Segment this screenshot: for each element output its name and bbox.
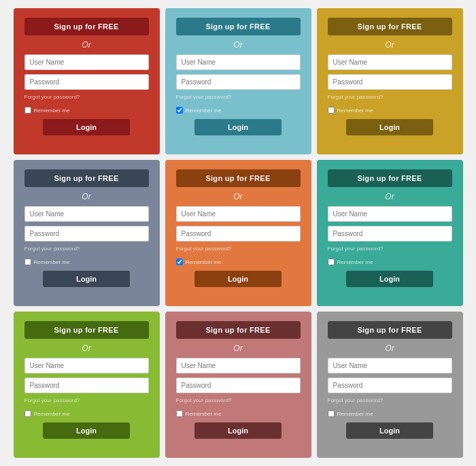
signup-button-pink[interactable]: Sign up for FREE (176, 321, 301, 339)
forgot-password-pink[interactable]: Forgot your password? (176, 397, 232, 403)
remember-label-gold: Remember me (337, 107, 373, 114)
remember-label-pink: Remember me (186, 411, 222, 417)
remember-label-orange: Remember me (186, 259, 222, 265)
login-button-orange[interactable]: Login (194, 271, 282, 287)
forgot-password-blue[interactable]: Forgot your password? (176, 94, 232, 100)
forgot-password-red[interactable]: Forgot your password? (24, 94, 80, 100)
username-input-blue[interactable] (176, 54, 301, 70)
remember-checkbox-orange[interactable] (176, 259, 183, 265)
password-input-teal[interactable] (328, 226, 452, 242)
username-input-slate[interactable] (24, 206, 149, 222)
forgot-password-slate[interactable]: Forgot your password? (24, 246, 80, 252)
login-button-gold[interactable]: Login (346, 119, 433, 135)
login-button-red[interactable]: Login (43, 119, 130, 135)
username-input-gray[interactable] (328, 358, 452, 373)
remember-label-slate: Remember me (34, 259, 70, 265)
remember-label-blue: Remember me (186, 107, 222, 114)
remember-label-gray: Remember me (337, 411, 373, 417)
card-blue: Sign up for FREE Or Forgot your password… (165, 8, 311, 154)
remember-checkbox-blue[interactable] (176, 107, 183, 114)
remember-checkbox-green[interactable] (24, 410, 31, 417)
or-text-orange: Or (233, 192, 242, 201)
card-gray: Sign up for FREE Or Forgot your password… (317, 312, 463, 458)
or-text-red: Or (82, 40, 90, 50)
password-input-green[interactable] (24, 378, 149, 393)
or-text-pink: Or (233, 344, 242, 353)
login-cards-grid: Sign up for FREE Or Forgot your password… (7, 1, 470, 465)
remember-row-pink: Remember me (176, 410, 222, 417)
remember-checkbox-gold[interactable] (328, 107, 335, 114)
username-input-green[interactable] (24, 358, 149, 373)
username-input-orange[interactable] (176, 206, 301, 222)
card-green: Sign up for FREE Or Forgot your password… (14, 312, 160, 458)
signup-button-blue[interactable]: Sign up for FREE (176, 18, 301, 35)
password-input-blue[interactable] (176, 74, 301, 90)
remember-row-slate: Remember me (24, 259, 70, 265)
password-input-slate[interactable] (24, 226, 149, 242)
password-input-pink[interactable] (176, 378, 301, 393)
password-input-gold[interactable] (328, 74, 452, 90)
forgot-password-teal[interactable]: Forgot your password? (328, 246, 384, 252)
username-input-gold[interactable] (328, 54, 452, 70)
password-input-gray[interactable] (328, 378, 452, 393)
remember-row-green: Remember me (24, 410, 70, 417)
signup-button-slate[interactable]: Sign up for FREE (24, 169, 149, 187)
login-button-gray[interactable]: Login (346, 422, 433, 439)
remember-checkbox-slate[interactable] (24, 259, 31, 265)
login-button-pink[interactable]: Login (194, 422, 282, 439)
login-button-teal[interactable]: Login (346, 271, 433, 287)
remember-row-gold: Remember me (328, 107, 373, 114)
remember-checkbox-pink[interactable] (176, 410, 183, 417)
login-button-green[interactable]: Login (43, 422, 130, 439)
forgot-password-gold[interactable]: Forgot your password? (328, 94, 384, 100)
card-pink: Sign up for FREE Or Forgot your password… (165, 312, 311, 458)
password-input-red[interactable] (24, 74, 149, 90)
card-gold: Sign up for FREE Or Forgot your password… (317, 8, 463, 154)
remember-label-red: Remember me (34, 107, 70, 114)
forgot-password-green[interactable]: Forgot your password? (24, 397, 80, 403)
forgot-password-gray[interactable]: Forgot your password? (328, 397, 384, 403)
password-input-orange[interactable] (176, 226, 301, 242)
or-text-gray: Or (385, 344, 394, 353)
or-text-slate: Or (82, 192, 90, 201)
remember-row-blue: Remember me (176, 107, 222, 114)
card-teal: Sign up for FREE Or Forgot your password… (317, 160, 463, 306)
or-text-green: Or (82, 344, 90, 353)
or-text-teal: Or (385, 192, 394, 201)
card-slate: Sign up for FREE Or Forgot your password… (14, 160, 160, 306)
username-input-pink[interactable] (176, 358, 301, 373)
remember-checkbox-teal[interactable] (328, 259, 335, 265)
remember-label-teal: Remember me (337, 259, 373, 265)
login-button-slate[interactable]: Login (43, 271, 130, 287)
remember-label-green: Remember me (34, 411, 70, 417)
signup-button-teal[interactable]: Sign up for FREE (328, 169, 452, 187)
signup-button-gold[interactable]: Sign up for FREE (328, 18, 452, 35)
card-orange: Sign up for FREE Or Forgot your password… (165, 160, 311, 306)
remember-row-red: Remember me (24, 107, 70, 114)
forgot-password-orange[interactable]: Forgot your password? (176, 246, 232, 252)
signup-button-orange[interactable]: Sign up for FREE (176, 169, 301, 187)
signup-button-red[interactable]: Sign up for FREE (24, 18, 149, 35)
card-red: Sign up for FREE Or Forgot your password… (14, 8, 160, 154)
remember-row-orange: Remember me (176, 259, 222, 265)
signup-button-gray[interactable]: Sign up for FREE (328, 321, 452, 339)
remember-checkbox-gray[interactable] (328, 410, 335, 417)
username-input-red[interactable] (24, 54, 149, 70)
signup-button-green[interactable]: Sign up for FREE (24, 321, 149, 339)
remember-row-teal: Remember me (328, 259, 373, 265)
remember-row-gray: Remember me (328, 410, 373, 417)
login-button-blue[interactable]: Login (194, 119, 282, 135)
remember-checkbox-red[interactable] (24, 107, 31, 114)
username-input-teal[interactable] (328, 206, 452, 222)
or-text-blue: Or (233, 40, 242, 50)
or-text-gold: Or (385, 40, 394, 50)
